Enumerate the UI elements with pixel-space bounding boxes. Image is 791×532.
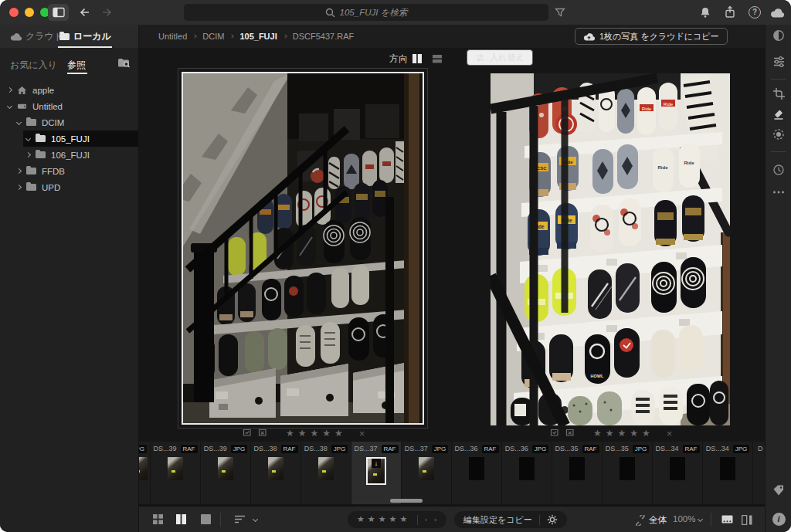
chevron-down-icon[interactable]: [25, 136, 31, 141]
filmstrip-thumbnail[interactable]: [318, 457, 334, 480]
minimize-window-button[interactable]: [25, 8, 34, 17]
tab-local[interactable]: ローカル: [59, 30, 111, 43]
filmstrip-thumbnail[interactable]: ↓: [366, 457, 386, 485]
toggle-split-panel-button[interactable]: [742, 515, 752, 525]
chevron-down-icon[interactable]: [698, 517, 703, 522]
filmstrip-thumbnail[interactable]: [519, 457, 535, 480]
fit-mode-label[interactable]: 全体: [649, 514, 667, 526]
cloud-status-button[interactable]: [770, 8, 784, 18]
reject-flag-icon[interactable]: [257, 429, 267, 438]
filmstrip-thumbnail[interactable]: [139, 457, 148, 480]
share-button[interactable]: [724, 5, 736, 19]
copy-edit-settings-button[interactable]: 編集設定をコピー: [463, 514, 532, 526]
tab-browse[interactable]: 参照: [67, 59, 86, 72]
tree-item-DCIM[interactable]: DCIM: [0, 114, 138, 130]
filmstrip-item[interactable]: D: [753, 442, 765, 504]
filmstrip-thumbnail[interactable]: [218, 457, 233, 480]
breadcrumb-item[interactable]: Untitled: [158, 32, 187, 41]
zoom-lock-button[interactable]: [635, 515, 646, 526]
filmstrip-item[interactable]: DS...36JPG: [502, 442, 552, 504]
tree-item-apple[interactable]: apple: [0, 82, 138, 98]
gear-icon[interactable]: [547, 514, 558, 525]
breadcrumb-item[interactable]: DCIM: [202, 32, 224, 41]
info-button[interactable]: i: [772, 512, 786, 526]
pick-flag-icon[interactable]: [242, 429, 252, 438]
detail-view-button[interactable]: [201, 514, 211, 524]
tone-circle-button[interactable]: [772, 29, 786, 42]
help-button[interactable]: ?: [749, 6, 761, 19]
pick-flag-icon[interactable]: [549, 429, 559, 438]
chevron-right-icon[interactable]: [25, 152, 31, 158]
grid-view-button[interactable]: [153, 514, 163, 524]
versions-button[interactable]: [772, 163, 786, 177]
compare-photo-left[interactable]: [182, 72, 424, 425]
filmstrip-thumbnail[interactable]: [670, 457, 685, 480]
filmstrip-item[interactable]: DS...36RAF: [452, 442, 501, 504]
tree-item-106_FUJI[interactable]: 106_FUJI: [0, 147, 138, 163]
filmstrip-item[interactable]: DS...35RAF: [552, 442, 602, 504]
copy-to-cloud-button[interactable]: 1枚の写真 をクラウドにコピー: [575, 28, 728, 45]
filmstrip-item[interactable]: DS...39RAF: [151, 442, 200, 504]
filter-button[interactable]: [555, 8, 565, 18]
add-folder-search-button[interactable]: [117, 57, 131, 68]
filmstrip-thumbnail[interactable]: [569, 457, 585, 480]
tree-item-UPD[interactable]: UPD: [0, 179, 138, 195]
filmstrip-thumbnail[interactable]: [620, 457, 635, 480]
star-rating[interactable]: ★★★★★: [593, 428, 654, 439]
chevron-down-icon[interactable]: [16, 120, 22, 125]
forward-button[interactable]: [100, 6, 113, 19]
search-input[interactable]: 105_FUJI を検索: [184, 4, 548, 21]
chevron-right-icon[interactable]: [16, 185, 22, 190]
masking-tool-button[interactable]: [772, 127, 786, 141]
breadcrumb[interactable]: UntitledDCIM105_FUJIDSCF5437.RAF: [158, 32, 354, 41]
star-rating[interactable]: ★★★★★: [357, 514, 410, 525]
edit-panel-button[interactable]: [772, 55, 786, 69]
clear-rating-icon[interactable]: ×: [667, 429, 673, 439]
filmstrip-item[interactable]: DS...37JPG: [402, 442, 451, 504]
tree-item-FFDB[interactable]: FFDB: [0, 163, 138, 179]
filmstrip-scrollbar[interactable]: [390, 499, 423, 503]
filmstrip-thumbnail[interactable]: [469, 457, 484, 480]
split-horizontal-button[interactable]: [431, 53, 443, 64]
filmstrip-item[interactable]: DS...39JPG: [201, 442, 250, 504]
split-vertical-button[interactable]: [411, 53, 423, 64]
filmstrip-thumbnail[interactable]: [268, 457, 283, 480]
filmstrip-item[interactable]: DS...34JPG: [703, 442, 752, 504]
filmstrip-thumbnail[interactable]: [419, 457, 434, 480]
clear-rating-icon[interactable]: ×: [359, 429, 365, 439]
chevron-right-icon[interactable]: [16, 168, 22, 174]
keywords-button[interactable]: [772, 483, 786, 497]
sort-button[interactable]: [235, 515, 246, 524]
crop-tool-button[interactable]: [772, 86, 786, 100]
chevron-down-icon[interactable]: [253, 517, 258, 522]
healing-tool-button[interactable]: [772, 107, 786, 121]
filmstrip-item[interactable]: DS...38RAF: [251, 442, 300, 504]
star-rating[interactable]: ★★★★★: [286, 428, 347, 439]
breadcrumb-item-current[interactable]: 105_FUJI: [239, 32, 277, 41]
swap-button[interactable]: 入れ替え: [467, 49, 533, 66]
chevron-down-icon[interactable]: [7, 103, 12, 109]
back-button[interactable]: [79, 6, 91, 19]
filmstrip-item[interactable]: DS...35JPG: [603, 442, 652, 504]
close-window-button[interactable]: [9, 8, 19, 17]
chevron-right-icon[interactable]: [7, 87, 12, 93]
filmstrip-thumbnail[interactable]: [168, 457, 183, 480]
compare-view-button[interactable]: [176, 514, 186, 524]
notifications-button[interactable]: [699, 6, 711, 19]
filmstrip-thumbnail[interactable]: [720, 457, 735, 480]
compare-photo-right[interactable]: Ride Ride HCSC Ride Ride Ride Ride Ride: [491, 73, 730, 425]
more-tools-button[interactable]: [772, 185, 786, 199]
tab-favorites[interactable]: お気に入り: [10, 59, 57, 72]
tab-cloud[interactable]: クラウド: [10, 30, 63, 43]
toggle-sidebar-button[interactable]: [48, 4, 69, 21]
tree-item-Untitled[interactable]: Untitled: [0, 98, 138, 114]
filmstrip-item[interactable]: DS...37RAF↓: [351, 442, 401, 504]
reject-flag-icon[interactable]: [565, 429, 575, 438]
toggle-filmstrip-button[interactable]: [721, 515, 733, 524]
filmstrip-item[interactable]: DS...34RAF: [653, 442, 702, 504]
pick-flag-icon[interactable]: [425, 516, 428, 524]
reject-flag-icon[interactable]: [434, 516, 437, 524]
filmstrip-item[interactable]: JPG: [139, 442, 150, 504]
tree-item-105_FUJI[interactable]: 105_FUJI: [0, 130, 138, 147]
filmstrip-item[interactable]: DS...38JPG: [301, 442, 351, 504]
